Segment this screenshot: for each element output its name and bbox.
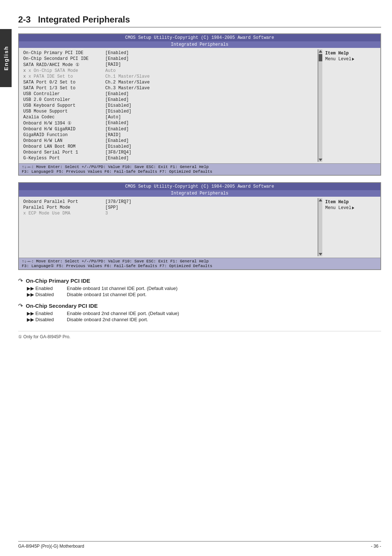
cmos-body-2: Onboard Parallel Port[378/IRQ7]Parallel … xyxy=(19,197,380,258)
desc-title-row: ↷On-Chip Secondary PCI IDE xyxy=(18,302,381,309)
table-row: Parallel Port Mode[SPP] xyxy=(22,205,315,210)
row-label: USB Keyboard Support xyxy=(22,103,105,108)
desc-sub-item: ▶▶ DisabledDisable onboard 2nd channel I… xyxy=(27,317,381,322)
table-row: On-Chip Secondard PCI IDE[Enabled] xyxy=(22,56,315,62)
row-label: Onboard H/W 1394 ① xyxy=(22,120,105,126)
row-label: Parallel Port Mode xyxy=(22,205,105,210)
table-row: GigaRAID Function[RAID] xyxy=(22,132,315,138)
cmos-main-panel-2: Onboard Parallel Port[378/IRQ7]Parallel … xyxy=(19,198,318,256)
cmos-main-panel-1: On-Chip Primary PCI IDE[Enabled]On-Chip … xyxy=(19,49,318,162)
row-value: [Disabled] xyxy=(105,144,315,149)
row-value: [Enabled] xyxy=(105,156,315,161)
row-label: Onboard H/W GigaRAID xyxy=(22,127,105,132)
item-help-label-2: Item Help xyxy=(325,200,377,205)
row-label: G-Keyless Port xyxy=(22,156,105,161)
cmos-sidebar-1: Item Help Menu Level xyxy=(322,49,380,162)
menu-level-arrow-2 xyxy=(352,207,354,209)
table-row: G-Keyless Port[Enabled] xyxy=(22,155,315,161)
cmos-footer-1: ↑↓→←: Move Enter: Select +/-/PU/PD: Valu… xyxy=(19,163,380,175)
cmos-rows-1: On-Chip Primary PCI IDE[Enabled]On-Chip … xyxy=(22,50,315,161)
cmos-scrollbar-1[interactable] xyxy=(318,49,322,162)
row-label: SATA RAID/AHCI Mode ① xyxy=(22,62,105,68)
scroll-down-arrow-1[interactable] xyxy=(319,159,322,161)
description-item: ↷On-Chip Secondary PCI IDE▶▶ EnabledEnab… xyxy=(18,302,381,322)
table-row: Onboard Serial Port 1[3F8/IRQ4] xyxy=(22,150,315,155)
row-label: Azalia Codec xyxy=(22,115,105,120)
cmos-subtitle-1: Integrated Peripherals xyxy=(19,41,380,48)
cmos-footer-row2-1: F3: Language① F5: Previous Values F6: Fa… xyxy=(22,169,377,174)
row-label: Onboard Parallel Port xyxy=(22,199,105,204)
scroll-down-arrow-2[interactable] xyxy=(319,253,322,255)
row-label: On-Chip Primary PCI IDE xyxy=(22,50,105,56)
row-value: Ch.2 Master/Slave xyxy=(105,80,315,85)
menu-level-label-1: Menu Level xyxy=(325,57,377,62)
cmos-screen-1: CMOS Setup Utility-Copyright (C) 1984-20… xyxy=(18,33,381,176)
section-number: 2-3 xyxy=(18,15,31,24)
desc-sub-item: ▶▶ DisabledDisable onboard 1st channel I… xyxy=(27,292,381,297)
row-label: GigaRAID Function xyxy=(22,132,105,138)
table-row: SATA Port 0/2 Set toCh.2 Master/Slave xyxy=(22,79,315,85)
desc-sub-item: ▶▶ EnabledEnable onboard 1st channel IDE… xyxy=(27,286,381,291)
table-row: Onboard H/W GigaRAID[Enabled] xyxy=(22,126,315,132)
row-label: USB Mouse Support xyxy=(22,109,105,114)
table-row: x ECP Mode Use DMA3 xyxy=(22,210,315,216)
page-footer: GA-8I945P (Pro)(-G) Motherboard - 36 - xyxy=(18,541,381,549)
desc-sub-text: Enable onboard 1st channel IDE port. (De… xyxy=(67,286,381,291)
row-value: [Auto] xyxy=(105,115,315,120)
table-row: USB Keyboard Support[Disabled] xyxy=(22,103,315,109)
row-value: [Disabled] xyxy=(105,109,315,114)
section-heading: 2-3 Integrated Peripherals xyxy=(18,15,381,28)
table-row: x PATA IDE Set toCh.1 Master/Slave xyxy=(22,74,315,79)
desc-icon: ↷ xyxy=(18,277,23,284)
row-value: [3F8/IRQ4] xyxy=(105,150,315,155)
row-label: USB 2.0 Controller xyxy=(22,97,105,102)
scroll-up-arrow-2[interactable] xyxy=(319,199,322,201)
row-label: x ECP Mode Use DMA xyxy=(22,211,105,216)
row-value: [Enabled] xyxy=(105,138,315,143)
desc-sub-text: Disable onboard 1st channel IDE port. xyxy=(67,292,381,297)
row-label: USB Controller xyxy=(22,91,105,97)
row-value: [378/IRQ7] xyxy=(105,199,315,204)
desc-sub-text: Enable onboard 2nd channel IDE port. (De… xyxy=(67,311,381,316)
cmos-titlebar-1: CMOS Setup Utility-Copyright (C) 1984-20… xyxy=(19,34,380,41)
scroll-up-arrow-1[interactable] xyxy=(319,50,322,53)
row-value: [Disabled] xyxy=(105,103,315,108)
table-row: Azalia Codec[Auto] xyxy=(22,114,315,120)
footnote: ① Only for GA-8I945P Pro. xyxy=(18,331,381,339)
row-value: Auto xyxy=(105,68,315,73)
row-value: [Enabled] xyxy=(105,91,315,97)
scroll-thumb-1[interactable] xyxy=(319,54,322,61)
cmos-titlebar-2: CMOS Setup Utility-Copyright (C) 1984-20… xyxy=(19,183,380,190)
cmos-footer-row1-1: ↑↓→←: Move Enter: Select +/-/PU/PD: Valu… xyxy=(22,165,377,169)
table-row: x On-Chip SATA ModeAuto xyxy=(22,68,315,74)
row-value: [Enabled] xyxy=(105,120,315,126)
cmos-footer-2: ↑↓→←: Move Enter: Select +/-/PU/PD: Valu… xyxy=(19,258,380,269)
desc-sub-item: ▶▶ EnabledEnable onboard 2nd channel IDE… xyxy=(27,311,381,316)
row-value: [Enabled] xyxy=(105,97,315,102)
row-value: [RAID] xyxy=(105,62,315,68)
desc-sub-label: ▶▶ Disabled xyxy=(27,317,67,322)
descriptions-section: ↷On-Chip Primary PCI IDE▶▶ EnabledEnable… xyxy=(18,277,381,322)
row-value: [RAID] xyxy=(105,132,315,138)
cmos-sidebar-2: Item Help Menu Level xyxy=(322,198,380,256)
footer-left: GA-8I945P (Pro)(-G) Motherboard xyxy=(18,544,84,549)
table-row: SATA RAID/AHCI Mode ①[RAID] xyxy=(22,62,315,68)
desc-title-row: ↷On-Chip Primary PCI IDE xyxy=(18,277,381,284)
desc-icon: ↷ xyxy=(18,302,23,309)
row-value: [Enabled] xyxy=(105,56,315,61)
row-label: Onboard LAN Boot ROM xyxy=(22,144,105,149)
cmos-rows-2: Onboard Parallel Port[378/IRQ7]Parallel … xyxy=(22,199,315,216)
desc-sub-text: Disable onboard 2nd channel IDE port. xyxy=(67,317,381,322)
main-content: 2-3 Integrated Peripherals CMOS Setup Ut… xyxy=(18,0,381,339)
desc-title: On-Chip Secondary PCI IDE xyxy=(26,303,98,309)
table-row: On-Chip Primary PCI IDE[Enabled] xyxy=(22,50,315,56)
desc-title: On-Chip Primary PCI IDE xyxy=(26,278,90,284)
table-row: Onboard H/W 1394 ①[Enabled] xyxy=(22,120,315,126)
cmos-scrollbar-2[interactable] xyxy=(318,198,322,256)
cmos-screen-2: CMOS Setup Utility-Copyright (C) 1984-20… xyxy=(18,182,381,270)
table-row: Onboard H/W LAN[Enabled] xyxy=(22,138,315,144)
row-label: On-Chip Secondard PCI IDE xyxy=(22,56,105,61)
item-help-label-1: Item Help xyxy=(325,51,377,56)
language-tab: English xyxy=(0,29,12,87)
table-row: Onboard LAN Boot ROM[Disabled] xyxy=(22,144,315,150)
